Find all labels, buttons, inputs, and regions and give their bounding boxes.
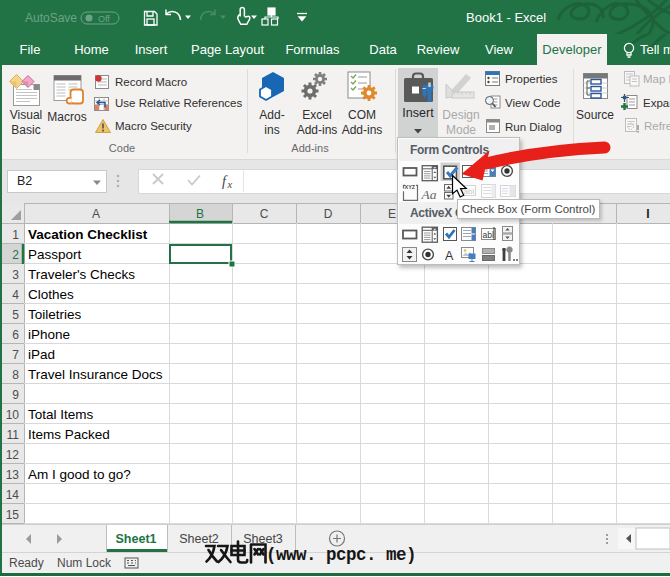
svg-text:A: A [92,207,100,221]
svg-text:XYZ: XYZ [405,184,416,190]
svg-text:C: C [260,207,269,221]
svg-text:Am I good to go?: Am I good to go? [28,467,131,482]
svg-text:Passport: Passport [28,247,82,262]
svg-text:Traveler's Checks: Traveler's Checks [28,267,135,282]
svg-text:6: 6 [12,328,19,342]
svg-text:Off: Off [98,14,110,24]
svg-text:iPad: iPad [28,347,55,362]
svg-text:I: I [646,207,649,221]
svg-text:Book1 - Excel: Book1 - Excel [466,10,546,25]
svg-text:12: 12 [6,448,20,462]
svg-text:1: 1 [12,228,19,242]
svg-text:A: A [445,249,454,263]
svg-text:Sheet3: Sheet3 [243,532,283,546]
svg-text:AutoSave: AutoSave [25,11,77,25]
svg-text:Total Items: Total Items [28,407,94,422]
svg-text:4: 4 [12,288,19,302]
svg-text:Sheet2: Sheet2 [179,532,219,546]
svg-text:Toiletries: Toiletries [28,307,82,322]
svg-text:abl: abl [483,230,494,240]
svg-text:iPhone: iPhone [28,327,70,342]
svg-text:5: 5 [12,308,19,322]
svg-text:8: 8 [12,368,19,382]
svg-text:Travel Insurance Docs: Travel Insurance Docs [28,367,163,382]
svg-text:x: x [227,179,233,190]
svg-text:14: 14 [6,488,20,502]
svg-text:9: 9 [12,388,19,402]
svg-text:2: 2 [12,248,19,262]
svg-text:D: D [324,207,333,221]
svg-text:Sheet1: Sheet1 [116,532,157,546]
svg-text:3: 3 [12,268,19,282]
svg-text:abl: abl [464,187,475,196]
svg-text:B: B [196,207,204,221]
svg-text:Vacation Checklist: Vacation Checklist [28,227,148,242]
svg-text:13: 13 [6,468,20,482]
svg-text:10: 10 [6,408,20,422]
svg-text:Clothes: Clothes [28,287,74,302]
svg-text:Aa: Aa [421,187,437,202]
svg-text:7: 7 [12,348,19,362]
svg-text:Items Packed: Items Packed [28,427,110,442]
svg-text:15: 15 [6,508,20,522]
svg-text:11: 11 [7,428,20,442]
svg-text:E: E [388,207,396,221]
